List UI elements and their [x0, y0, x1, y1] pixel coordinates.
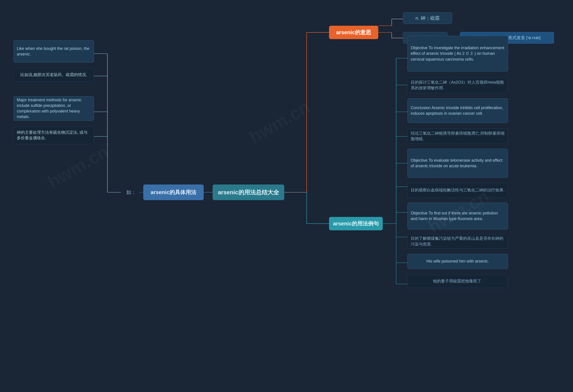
sentence-en-2: Conclusion Arsenic trioxide inhibits cel… — [407, 98, 508, 123]
sentence-zh-4: 目的了解燃煤氟污染较为严重的巫山县是否存在砷的污染与危害. — [407, 234, 508, 249]
sentence-en-5: His wife poisoned him with arsenic. — [407, 254, 508, 269]
meaning-node: arsenic的意思 — [329, 26, 378, 39]
usage-example-zh-2: 砷的主要处理方法有硫化物沉淀法, 或与多价重金属络合. — [13, 126, 94, 144]
ru-label: 如： — [125, 188, 138, 197]
sentence-en-1: Objective To investigate the irradiation… — [407, 36, 508, 71]
sentence-zh-5: 他的妻子用砒霜把他毒死了. — [407, 275, 508, 288]
sentence-zh-2: 结论三氧化二砷能诱导卵巢癌细胞凋亡,抑制卵巢癌细胞增殖. — [407, 129, 508, 144]
sentence-zh-3: 目的观察白血病端粒酶活性与三氧化二砷的治疗效果. — [407, 183, 508, 198]
central-node: arsenic的用法总结大全 — [213, 185, 284, 200]
usage-example-zh-1: 比如说,她那次买老鼠药、砒霜的情况. — [13, 68, 94, 82]
watermark: hwm.cn — [44, 141, 112, 192]
mindmap-container: arsenic的用法总结大全 arsenic的意思 n. 砷；砒霜 adj. 砷… — [0, 0, 573, 392]
noun-def-node: n. 砷；砒霜 — [403, 12, 452, 24]
usage-node: arsenic的具体用法 — [143, 185, 204, 200]
sentence-zh-1: 目的探讨三氧化二砷（As2O3）对人宫颈癌Hela细胞系的放射增敏作用. — [407, 77, 508, 93]
watermark2: hwm.cn — [246, 97, 314, 148]
sentence-en-4: Objective To find out if there are arsen… — [407, 203, 508, 229]
sentence-en-3: Objective To evaluate telomerase activit… — [407, 149, 508, 178]
usage-example-en-1: Like when she bought the rat poison, the… — [13, 40, 94, 63]
usage-example-en-2: Major treatment methods for arsenic incl… — [13, 96, 94, 121]
examples-node: arsenic的用法例句 — [329, 217, 383, 230]
